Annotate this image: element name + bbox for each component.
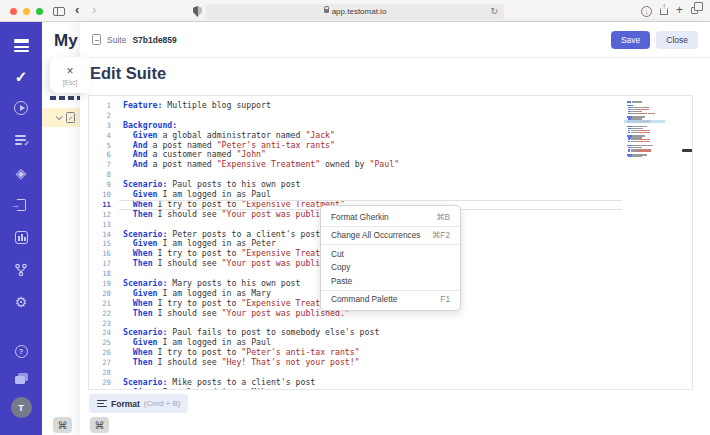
analytics-chart-icon[interactable] bbox=[0, 231, 42, 244]
context-menu-item[interactable]: Change All Occurrences⌘F2 bbox=[321, 229, 460, 243]
branch-icon[interactable] bbox=[0, 263, 42, 277]
line-content: And a post named "Expensive Treatment" o… bbox=[123, 160, 399, 170]
code-line[interactable]: 2 bbox=[89, 111, 692, 121]
url-text: app.testomat.io bbox=[332, 7, 387, 16]
line-number: 22 bbox=[89, 309, 111, 319]
tests-check-icon[interactable]: ✓ bbox=[0, 68, 42, 86]
address-bar[interactable]: app.testomat.io ↻ bbox=[206, 4, 504, 19]
code-line[interactable]: 7 And a post named "Expensive Treatment"… bbox=[89, 160, 692, 170]
forward-icon[interactable]: › bbox=[92, 3, 96, 16]
context-menu-item[interactable]: Format Gherkin⌘B bbox=[321, 210, 460, 224]
line-number: 16 bbox=[89, 249, 111, 259]
cmd-keycap-hint: ⌘ bbox=[90, 417, 109, 433]
line-content: Given I am logged in as Mike bbox=[123, 388, 271, 390]
menu-divider bbox=[321, 290, 460, 291]
lock-icon bbox=[324, 9, 329, 13]
tab-overview-icon[interactable] bbox=[691, 7, 698, 14]
code-line[interactable]: 1Feature: Multiple blog support bbox=[89, 101, 692, 111]
line-number: 18 bbox=[89, 269, 111, 279]
menu-item-label: Copy bbox=[331, 262, 350, 272]
tree-suite-row[interactable]: ✓ bbox=[42, 108, 80, 127]
line-number: 12 bbox=[89, 210, 111, 220]
line-content: Then I should see "Hey! That's not your … bbox=[123, 358, 360, 368]
editor-context-menu: Format Gherkin⌘BChange All Occurrences⌘F… bbox=[320, 205, 461, 311]
line-number: 4 bbox=[89, 131, 111, 141]
suite-doc-icon: ✓ bbox=[66, 112, 75, 123]
line-number: 27 bbox=[89, 358, 111, 368]
esc-hint-label: [Esc] bbox=[63, 79, 77, 86]
test-plans-icon[interactable]: ✓ bbox=[0, 134, 42, 146]
menu-icon[interactable] bbox=[0, 36, 42, 43]
code-line[interactable]: 30 Given I am logged in as Mike bbox=[89, 388, 692, 390]
line-number: 14 bbox=[89, 230, 111, 240]
back-icon[interactable]: ‹ bbox=[75, 3, 79, 16]
line-content: Then I should see "Your post was publish… bbox=[123, 259, 350, 269]
menu-item-shortcut: ⌘F2 bbox=[432, 230, 450, 240]
line-number: 30 bbox=[89, 388, 111, 390]
suites-layers-icon[interactable]: ◈ bbox=[0, 165, 42, 181]
line-number: 21 bbox=[89, 299, 111, 309]
new-tab-icon[interactable]: + bbox=[676, 4, 683, 16]
line-number: 25 bbox=[89, 338, 111, 348]
line-number: 24 bbox=[89, 328, 111, 338]
context-menu-item[interactable]: Command PaletteF1 bbox=[321, 293, 460, 307]
line-number: 28 bbox=[89, 368, 111, 378]
save-button[interactable]: Save bbox=[611, 31, 650, 49]
document-icon bbox=[92, 34, 101, 45]
projects-icon[interactable] bbox=[0, 373, 42, 384]
browser-window: ‹ › app.testomat.io ↻ ↓ ↑ + ✓ ✓ ◈ bbox=[0, 0, 710, 435]
minimap-active-line-highlight bbox=[624, 120, 665, 123]
user-avatar[interactable]: T bbox=[0, 397, 42, 418]
line-number: 5 bbox=[89, 141, 111, 151]
window-zoom-button[interactable] bbox=[36, 8, 43, 15]
menu-item-label: Command Palette bbox=[331, 294, 397, 304]
page-title: Edit Suite bbox=[90, 64, 166, 83]
menu-item-label: Cut bbox=[331, 249, 344, 259]
format-icon bbox=[97, 400, 107, 408]
chevron-down-icon[interactable] bbox=[56, 113, 63, 120]
close-button[interactable]: Close bbox=[656, 31, 698, 49]
line-number: 1 bbox=[89, 101, 111, 111]
menu-divider bbox=[321, 244, 460, 245]
line-number: 3 bbox=[89, 121, 111, 131]
privacy-shield-icon[interactable] bbox=[193, 6, 202, 17]
line-number: 11 bbox=[89, 200, 111, 210]
line-number: 7 bbox=[89, 160, 111, 170]
line-content: Then I should see "Your post was publish… bbox=[123, 309, 350, 319]
window-minimize-button[interactable] bbox=[23, 8, 30, 15]
code-line[interactable]: 27 Then I should see "Hey! That's not yo… bbox=[89, 358, 692, 368]
minimap-line bbox=[627, 156, 662, 158]
downloads-icon[interactable]: ↓ bbox=[641, 6, 652, 17]
menu-item-label: Paste bbox=[331, 276, 352, 286]
line-number: 23 bbox=[89, 319, 111, 329]
reload-icon[interactable]: ↻ bbox=[490, 6, 498, 16]
share-icon[interactable]: ↑ bbox=[660, 8, 668, 15]
menu-item-label: Change All Occurrences bbox=[331, 230, 420, 240]
scrollbar-thumb[interactable] bbox=[682, 149, 693, 152]
import-icon[interactable] bbox=[0, 199, 42, 211]
context-menu-item[interactable]: Cut bbox=[321, 247, 460, 261]
line-number: 2 bbox=[89, 111, 111, 121]
overlay-close-button[interactable]: × [Esc] bbox=[50, 57, 90, 93]
line-number: 17 bbox=[89, 259, 111, 269]
context-menu-item[interactable]: Paste bbox=[321, 274, 460, 288]
line-number: 20 bbox=[89, 289, 111, 299]
menu-divider bbox=[321, 226, 460, 227]
help-icon[interactable]: ? bbox=[0, 345, 42, 358]
context-menu-item[interactable]: Copy bbox=[321, 261, 460, 275]
menu-item-label: Format Gherkin bbox=[331, 212, 389, 222]
line-number: 26 bbox=[89, 348, 111, 358]
runs-play-icon[interactable] bbox=[0, 101, 42, 115]
cmd-keycap-hint: ⌘ bbox=[53, 417, 72, 433]
editor-minimap[interactable] bbox=[627, 101, 662, 161]
sidebar-toggle-icon[interactable] bbox=[53, 7, 65, 16]
line-number: 8 bbox=[89, 170, 111, 180]
line-content: Feature: Multiple blog support bbox=[123, 101, 271, 111]
app-sidebar: ✓ ✓ ◈ ⚙ ? T bbox=[0, 22, 42, 435]
window-close-button[interactable] bbox=[10, 8, 17, 15]
line-content: Then I should see "Your post was publish… bbox=[123, 210, 350, 220]
format-button[interactable]: Format (Cmd + B) bbox=[89, 394, 188, 413]
line-number: 15 bbox=[89, 239, 111, 249]
line-number: 13 bbox=[89, 220, 111, 230]
settings-gear-icon[interactable]: ⚙ bbox=[0, 294, 42, 310]
